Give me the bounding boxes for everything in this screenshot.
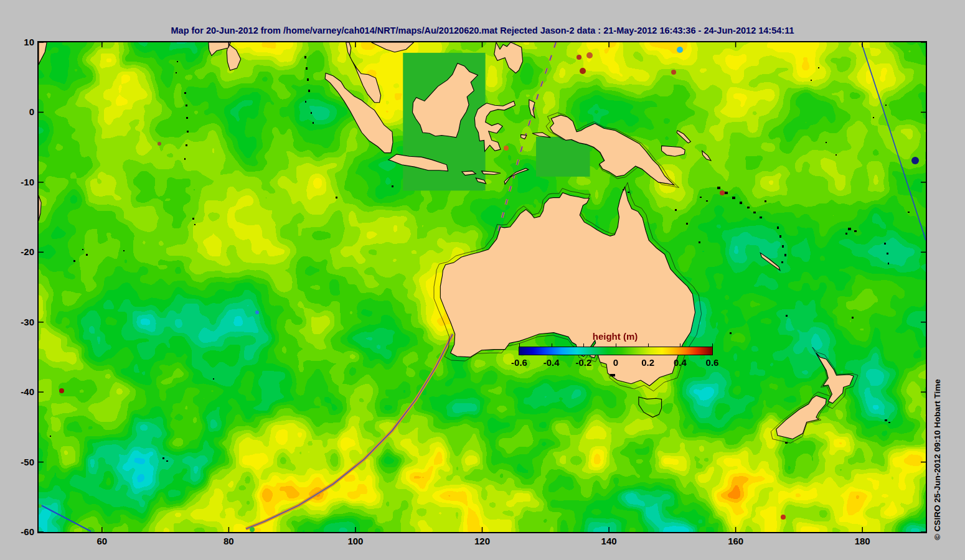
island-speck bbox=[725, 192, 728, 194]
lat-tick-label: -40 bbox=[0, 386, 34, 397]
island-speck bbox=[73, 260, 75, 262]
island-speck bbox=[730, 332, 732, 334]
island-speck bbox=[888, 422, 890, 423]
island-speck bbox=[166, 460, 168, 462]
island-speck bbox=[304, 56, 306, 58]
island-speck bbox=[392, 185, 393, 187]
island-speck bbox=[779, 235, 781, 238]
island-speck bbox=[699, 241, 700, 243]
rejected-data-marker bbox=[255, 310, 259, 314]
colorbar-tick bbox=[583, 343, 584, 347]
island-speck bbox=[845, 233, 847, 235]
lon-tick-label: 120 bbox=[463, 536, 502, 546]
island-speck bbox=[884, 243, 886, 245]
colorbar-tick bbox=[552, 343, 552, 347]
island-speck bbox=[187, 131, 189, 133]
colorbar-legend: height (m) -0.6-0.4-0.200.20.40.6 bbox=[507, 331, 723, 368]
island-speck bbox=[826, 142, 827, 143]
island-speck bbox=[818, 67, 819, 68]
island-speck bbox=[192, 218, 194, 220]
landmass-sulawesi bbox=[474, 101, 515, 151]
island-speck bbox=[213, 378, 214, 380]
rejected-data-marker bbox=[677, 47, 683, 53]
island-speck bbox=[700, 197, 702, 198]
island-speck bbox=[177, 61, 178, 62]
colorbar-tick-label: -0.2 bbox=[568, 357, 598, 368]
lat-tick-label: -30 bbox=[0, 317, 34, 327]
lat-tick-label: -10 bbox=[0, 177, 34, 187]
lat-tick-label: 0 bbox=[0, 106, 34, 117]
rejected-data-marker bbox=[504, 146, 509, 151]
rejected-data-marker bbox=[39, 504, 42, 508]
island-speck bbox=[305, 101, 306, 103]
island-speck bbox=[753, 212, 756, 213]
island-speck bbox=[811, 80, 812, 81]
colorbar-title: height (m) bbox=[507, 331, 723, 343]
jason2-rejected-track-main-core bbox=[246, 334, 453, 529]
island-speck bbox=[785, 442, 788, 444]
colorbar-tick bbox=[680, 343, 680, 347]
colorbar-tick-label: 0.4 bbox=[665, 357, 695, 368]
colorbar-bar-wrap: -0.6-0.4-0.200.20.40.6 bbox=[507, 343, 723, 368]
island-speck bbox=[854, 230, 857, 232]
island-speck bbox=[781, 261, 783, 263]
island-speck bbox=[760, 217, 762, 218]
rejected-data-marker bbox=[720, 190, 725, 195]
map-plot: height (m) -0.6-0.4-0.200.20.40.6 bbox=[37, 41, 927, 533]
island-speck bbox=[307, 78, 309, 81]
island-speck bbox=[908, 212, 910, 213]
island-speck bbox=[836, 154, 837, 156]
ground-track-blue-right bbox=[862, 44, 926, 240]
island-speck bbox=[873, 117, 874, 118]
island-speck bbox=[306, 67, 308, 70]
landmass-flores bbox=[482, 171, 501, 175]
colorbar-tick bbox=[648, 343, 649, 347]
island-speck bbox=[628, 192, 629, 193]
island-speck bbox=[777, 226, 779, 229]
copyright-vertical-text: © CSIRO 25-Jun-2012 09:10 Hobart Time bbox=[933, 379, 942, 540]
figure: Map for 20-Jun-2012 from /home/varney/ca… bbox=[0, 0, 965, 560]
ground-track-blue-bottom-left bbox=[41, 505, 92, 532]
island-speck bbox=[885, 105, 887, 106]
island-speck bbox=[82, 249, 83, 250]
island-speck bbox=[186, 144, 187, 146]
landmass-sri-lanka bbox=[227, 44, 240, 70]
land-and-tracks-svg bbox=[39, 42, 926, 532]
rejected-data-marker bbox=[586, 52, 593, 58]
colorbar-gradient bbox=[519, 347, 713, 355]
rejected-data-marker bbox=[250, 527, 255, 532]
island-speck bbox=[336, 197, 337, 198]
landmass-tasmania bbox=[639, 397, 662, 418]
island-speck bbox=[186, 105, 187, 106]
island-speck bbox=[686, 223, 688, 225]
landmass-indochina-sliver bbox=[371, 42, 413, 52]
island-speck bbox=[887, 253, 888, 254]
island-speck bbox=[308, 90, 310, 92]
rejected-data-marker bbox=[91, 530, 95, 532]
colorbar-tick-label: 0.6 bbox=[697, 357, 727, 368]
island-speck bbox=[311, 112, 312, 114]
island-speck bbox=[888, 263, 889, 264]
island-speck bbox=[848, 228, 851, 230]
lon-tick-label: 100 bbox=[336, 536, 375, 546]
lon-tick-label: 60 bbox=[82, 536, 122, 546]
landmass-new-ireland bbox=[677, 131, 690, 143]
landmass-new-britain bbox=[662, 146, 685, 156]
colorbar-tick-label: 0.2 bbox=[633, 357, 663, 368]
landmass-new-guinea bbox=[550, 115, 674, 185]
landmass-nz-south-island bbox=[776, 396, 826, 439]
island-speck bbox=[186, 117, 188, 119]
island-speck bbox=[123, 250, 125, 251]
lat-tick-label: 10 bbox=[0, 37, 34, 47]
island-speck bbox=[717, 187, 720, 189]
island-speck bbox=[50, 436, 51, 437]
figure-title: Map for 20-Jun-2012 from /home/varney/ca… bbox=[0, 26, 965, 35]
landmass-timor bbox=[504, 168, 529, 184]
colorbar-tick bbox=[712, 343, 713, 347]
island-speck bbox=[184, 92, 186, 94]
rejected-data-marker bbox=[580, 68, 586, 74]
island-speck bbox=[782, 245, 784, 248]
colorbar-tick-label: 0 bbox=[601, 357, 631, 368]
island-speck bbox=[162, 457, 164, 459]
island-speck bbox=[765, 200, 766, 202]
